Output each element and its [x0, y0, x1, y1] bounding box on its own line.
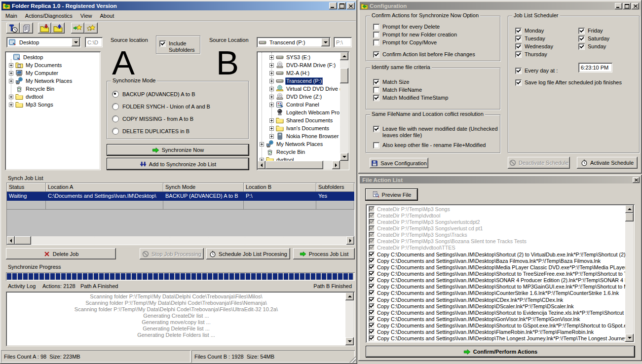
checkbox-box[interactable]: [515, 43, 522, 50]
source-b-combo-dropdown[interactable]: [321, 38, 330, 46]
checkbox-box[interactable]: [373, 24, 379, 30]
source-a-path-field[interactable]: C:\D: [85, 37, 103, 47]
close-button[interactable]: [632, 3, 639, 9]
stop-job-processing-button[interactable]: Stop Job Processing: [140, 248, 204, 259]
expand-toggle[interactable]: [260, 158, 264, 161]
expand-toggle[interactable]: [269, 87, 274, 91]
activate-schedule-button[interactable]: Activate Schedule: [577, 157, 638, 169]
file-action-checkbox[interactable]: [369, 271, 375, 277]
schedule-job-list-button[interactable]: Schedule Job List Procesing: [206, 248, 290, 259]
checkbox-box[interactable]: [578, 43, 585, 50]
checkbox-match-modified-timestamp[interactable]: Match Modified TimeStamp: [373, 95, 448, 101]
expand-toggle[interactable]: [260, 142, 264, 146]
log-vertical-scrollbar[interactable]: [345, 292, 354, 345]
tree-b-vertical-scrollbar[interactable]: [340, 52, 348, 161]
file-action-checkbox[interactable]: [369, 258, 375, 264]
source-a-combo-dropdown[interactable]: [72, 38, 80, 46]
source-b-path-field[interactable]: P:\: [334, 37, 352, 47]
checkbox-tuesday[interactable]: Tuesday: [515, 36, 545, 42]
tree-item-my-network-places[interactable]: My Network Places: [258, 140, 340, 148]
file-action-row[interactable]: Copy C:\Documents and Settings\Ivan.IM\D…: [367, 277, 625, 284]
toolbar-button-star-arrow[interactable]: [71, 23, 84, 34]
file-action-checkbox[interactable]: [369, 238, 375, 244]
scrollbar-thumb[interactable]: [625, 213, 634, 221]
menu-item-view[interactable]: View: [76, 11, 96, 21]
tree-item-my-computer[interactable]: My Computer: [6, 69, 100, 77]
tree-b-horizontal-scrollbar[interactable]: [258, 161, 340, 169]
job-grid-column-location-b[interactable]: Location B: [244, 183, 316, 192]
checkbox-confirm-action-list-before-file-changes[interactable]: Confirm Action list before File changes: [373, 51, 475, 58]
confirm-perform-actions-button[interactable]: Confirm/Perform Actions: [366, 346, 635, 358]
scroll-left-button[interactable]: [7, 236, 15, 245]
expand-toggle[interactable]: [269, 63, 274, 68]
expand-toggle[interactable]: [269, 95, 274, 99]
sync-mode-option-copy[interactable]: COPY MISSING - from A to B: [112, 115, 193, 122]
job-grid-row[interactable]: WaitingC:\Documents and Settings\Ivan.IM…: [7, 192, 354, 201]
tree-item-recycle-bin[interactable]: Recycle Bin: [6, 85, 100, 93]
checkbox-box[interactable]: [373, 32, 379, 38]
sync-mode-option-folder[interactable]: FOLDER SYNCH - Union of A and B: [112, 103, 210, 110]
file-action-row[interactable]: Copy C:\Documents and Settings\Ivan.IM\D…: [367, 309, 625, 316]
file-action-checkbox[interactable]: [369, 245, 375, 251]
file-action-checkbox[interactable]: [369, 252, 375, 257]
tree-item-m2-a-h[interactable]: M2-A (H:): [258, 69, 340, 77]
file-action-checkbox[interactable]: [369, 213, 375, 218]
tree-item-dvd-ram-drive-f[interactable]: DVD-RAM Drive (F:): [258, 61, 340, 69]
file-action-checkbox[interactable]: [369, 232, 375, 238]
fal-title-bar[interactable]: File Action List: [360, 176, 641, 183]
checkbox-prompt-for-new-folder-creation[interactable]: Prompt for new Folder creation: [373, 32, 457, 38]
checkbox-match-filename[interactable]: Match FileName: [373, 87, 422, 93]
expand-toggle[interactable]: [269, 126, 274, 131]
minimize-button[interactable]: [615, 3, 622, 9]
menu-item-about[interactable]: About: [96, 11, 118, 21]
radio-button[interactable]: [112, 128, 119, 135]
save-configuration-button[interactable]: Save Configuration: [370, 158, 428, 168]
file-action-row[interactable]: CreateDir P:\!Temp\Mp3 Songs\verlust cd …: [367, 225, 625, 231]
tree-item-nokia-phone-browser[interactable]: Nokia Phone Browser: [258, 132, 340, 140]
menu-item-main[interactable]: Main: [1, 11, 21, 21]
scroll-down-button[interactable]: [625, 334, 634, 342]
scroll-up-button[interactable]: [625, 205, 634, 213]
file-action-checkbox[interactable]: [369, 277, 375, 283]
file-action-checkbox[interactable]: [369, 206, 375, 212]
fal-vertical-scrollbar[interactable]: [625, 205, 634, 342]
deactivate-schedule-button[interactable]: Deactivate Schedule: [508, 157, 570, 169]
expand-toggle[interactable]: [9, 71, 13, 75]
process-job-list-button[interactable]: Process Job List: [293, 248, 355, 259]
menu-item-actions-diagnostics[interactable]: Actions/Diagnostics: [21, 11, 76, 21]
file-action-row[interactable]: Copy C:\Documents and Settings\Ivan.IM\D…: [367, 290, 625, 296]
expand-toggle[interactable]: [9, 95, 13, 99]
file-action-checkbox[interactable]: [369, 316, 375, 322]
file-action-row[interactable]: Copy C:\Documents and Settings\Ivan.IM\D…: [367, 303, 625, 309]
file-action-row[interactable]: CreateDir P:\!Temp\Mp3 Songs\verlustcdpt…: [367, 218, 625, 225]
synchronize-now-button[interactable]: Synchronize Now: [107, 144, 249, 156]
file-action-row[interactable]: CreateDir P:\!Temp\Mp3 Songs: [367, 206, 625, 212]
file-action-checkbox[interactable]: [369, 335, 375, 341]
checkbox-box[interactable]: [373, 87, 379, 93]
file-action-row[interactable]: Copy C:\Documents and Settings\Ivan.IM\D…: [367, 270, 625, 277]
job-grid-column-subfolders[interactable]: Subfolders: [316, 183, 354, 192]
tree-item-mp3-songs[interactable]: Mp3 Songs: [6, 101, 100, 109]
delete-job-button[interactable]: Delete Job: [6, 248, 116, 259]
minimize-button[interactable]: [329, 2, 337, 9]
expand-toggle[interactable]: [269, 79, 274, 83]
checkbox-box[interactable]: [373, 95, 379, 101]
file-action-checkbox[interactable]: [369, 297, 375, 303]
add-to-job-list-button[interactable]: Add to Synchronize Job List: [107, 158, 249, 170]
checkbox-box[interactable]: [515, 51, 522, 58]
main-title-bar[interactable]: Folder Replica 1.0 - Registered Version: [1, 1, 356, 10]
tree-item-my-network-places[interactable]: My Network Places: [6, 77, 100, 85]
checkbox-monday[interactable]: Monday: [515, 28, 544, 34]
checkbox-wednesday[interactable]: Wednesday: [515, 43, 553, 50]
file-action-checkbox[interactable]: [369, 264, 375, 270]
scroll-right-button[interactable]: [332, 161, 340, 169]
expand-toggle[interactable]: [9, 79, 13, 83]
job-grid-column-location-a[interactable]: Location A: [46, 183, 163, 192]
toolbar-button-tool-clock[interactable]: [6, 23, 20, 34]
tree-item-ivan-s-documents[interactable]: Ivan's Documents: [258, 124, 340, 132]
tree-item-dvdtool[interactable]: dvdtool: [6, 93, 100, 101]
checkbox-box[interactable]: [373, 39, 379, 46]
checkbox-save-log-file-after-scheduled-job-finish[interactable]: Save log file After scheduled job finish…: [515, 79, 622, 86]
schedule-time-field[interactable]: 6:23:10 PM: [578, 63, 612, 73]
sync-mode-option-delete[interactable]: DELETE DUPLICATES in B: [112, 128, 189, 135]
